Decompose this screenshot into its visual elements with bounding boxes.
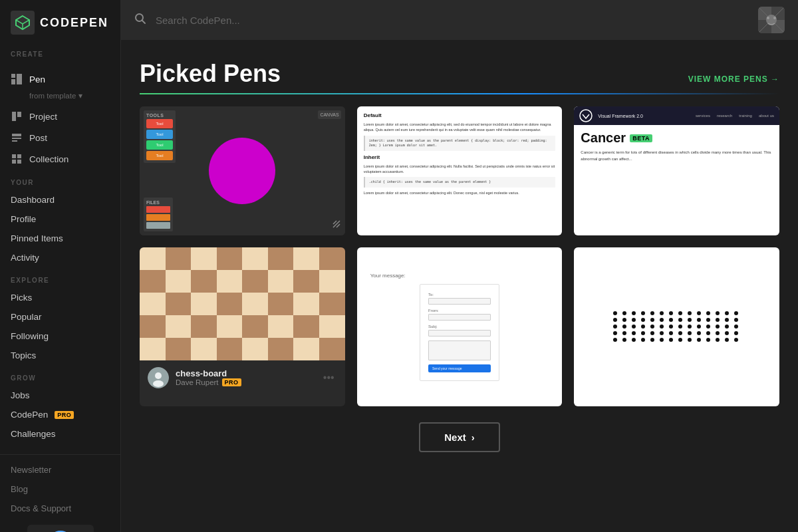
dot xyxy=(697,311,701,315)
dot xyxy=(734,311,738,315)
sidebar-item-dashboard[interactable]: Dashboard xyxy=(0,190,120,209)
svg-rect-6 xyxy=(17,112,21,117)
page-header: Picked Pens VIEW MORE PENS → xyxy=(140,60,779,88)
sidebar-item-jobs[interactable]: Jobs xyxy=(0,386,120,405)
next-label: Next xyxy=(444,432,466,443)
codepen-pro-badge: PRO xyxy=(55,411,74,419)
pen-author-4: Dave Rupert PRO xyxy=(176,378,314,386)
sidebar-item-following[interactable]: Following xyxy=(0,327,120,346)
chess-cell xyxy=(242,293,268,315)
pen-preview-2: Default Lorem ipsum dolor sit amet, cons… xyxy=(357,106,563,235)
dot xyxy=(632,318,636,322)
pen-info-4: chess-board Dave Rupert PRO xyxy=(176,368,314,386)
tool-btn-4: Tool xyxy=(146,151,173,160)
pen-card-5[interactable]: Your message: To: From: Subj: xyxy=(357,247,563,406)
tool-btn-1: Tool xyxy=(146,119,173,128)
svg-point-24 xyxy=(767,17,769,19)
dot xyxy=(734,331,738,335)
to-label: To: xyxy=(428,293,491,297)
form-row-to: To: xyxy=(428,293,491,305)
chess-cell xyxy=(242,247,268,270)
pen-card-3[interactable]: Visual Framework 2.0 services research t… xyxy=(574,106,779,235)
newsletter-link[interactable]: Newsletter xyxy=(0,460,120,479)
docs-text-2: Lorem ipsum dolor sit amet, consectetur … xyxy=(364,164,556,175)
search-input[interactable] xyxy=(156,9,749,31)
jobs-label: Jobs xyxy=(11,390,30,400)
sidebar-item-topics[interactable]: Topics xyxy=(0,346,120,365)
dot xyxy=(734,338,738,342)
dot xyxy=(734,318,738,322)
pen-card-4[interactable]: chess-board Dave Rupert PRO ••• xyxy=(140,247,345,406)
pen-card-1[interactable]: TOOLS Tool Tool Tool Tool CANVAS FILES xyxy=(140,106,345,235)
nav-about: about us xyxy=(759,114,774,118)
form-row-from: From: xyxy=(428,309,491,321)
form-title-text: Your message: xyxy=(365,273,406,279)
collection-icon xyxy=(11,153,23,165)
file-btn-2 xyxy=(146,214,170,221)
pen-card-2[interactable]: Default Lorem ipsum dolor sit amet, cons… xyxy=(357,106,563,235)
dot xyxy=(716,331,720,335)
dot xyxy=(660,325,664,329)
from-template-label: from template xyxy=(29,92,76,100)
sidebar-item-profile[interactable]: Profile xyxy=(0,209,120,229)
chess-cell xyxy=(293,338,319,360)
cancer-nav-links: services research training about us xyxy=(696,114,774,118)
main-content: Picked Pens VIEW MORE PENS → TOOLS Tool … xyxy=(121,0,798,532)
nav-training: training xyxy=(739,114,752,118)
dot xyxy=(706,311,710,315)
dot xyxy=(716,325,720,329)
sidebar-item-pinned-items[interactable]: Pinned Items xyxy=(0,229,120,248)
dot xyxy=(688,311,692,315)
chess-cell xyxy=(293,247,319,270)
sidebar-item-pen[interactable]: Pen xyxy=(0,68,120,90)
chess-cell xyxy=(166,338,192,360)
chess-cell xyxy=(191,338,217,360)
docs-support-link[interactable]: Docs & Support xyxy=(0,499,120,518)
search-icon xyxy=(134,13,146,27)
popular-label: Popular xyxy=(11,312,42,322)
dot xyxy=(678,325,682,329)
sidebar-item-codepen[interactable]: CodePen PRO xyxy=(0,405,120,424)
tool-btn-3: Tool xyxy=(146,140,173,150)
dot xyxy=(725,331,729,335)
dot xyxy=(660,311,664,315)
dot xyxy=(650,311,654,315)
form-row-subj: Subj: xyxy=(428,325,491,336)
chess-cell xyxy=(319,270,345,293)
svg-rect-12 xyxy=(12,160,16,164)
view-more-pens-link[interactable]: VIEW MORE PENS → xyxy=(688,74,779,84)
chess-cell xyxy=(268,247,294,270)
tools-panel: TOOLS Tool Tool Tool Tool xyxy=(144,110,176,163)
pen-grid: TOOLS Tool Tool Tool Tool CANVAS FILES xyxy=(140,106,779,406)
sidebar-item-picks[interactable]: Picks xyxy=(0,288,120,307)
chess-cell xyxy=(319,247,345,270)
message-area-mock xyxy=(428,340,491,360)
dot xyxy=(622,338,626,342)
dot xyxy=(650,338,654,342)
pen-more-menu-4[interactable]: ••• xyxy=(321,369,337,386)
logo[interactable]: CODEPEN xyxy=(0,0,120,43)
project-icon xyxy=(11,110,23,122)
next-arrow-icon: › xyxy=(471,432,475,443)
blog-link[interactable]: Blog xyxy=(0,479,120,499)
next-button[interactable]: Next › xyxy=(419,422,500,452)
title-divider xyxy=(140,93,779,94)
sidebar-item-post[interactable]: Post xyxy=(0,127,120,148)
user-avatar[interactable] xyxy=(758,7,785,33)
grow-section-label: GROW xyxy=(0,365,120,386)
sidebar-item-project[interactable]: Project xyxy=(0,106,120,127)
pen-card-6[interactable]: A Pen by Bennett Fe ... Bennett Feely ••… xyxy=(574,247,779,406)
dot xyxy=(725,325,729,329)
from-template-item[interactable]: from template ▾ xyxy=(0,90,120,106)
dot xyxy=(725,311,729,315)
from-input-mock xyxy=(428,314,491,321)
dot xyxy=(650,325,654,329)
dot xyxy=(669,338,673,342)
sidebar-item-activity[interactable]: Activity xyxy=(0,248,120,267)
chess-cell xyxy=(217,247,243,270)
chess-cell xyxy=(191,270,217,293)
sidebar-item-popular[interactable]: Popular xyxy=(0,307,120,327)
sidebar-item-challenges[interactable]: Challenges xyxy=(0,424,120,444)
dot xyxy=(697,338,701,342)
sidebar-item-collection[interactable]: Collection xyxy=(0,148,120,170)
